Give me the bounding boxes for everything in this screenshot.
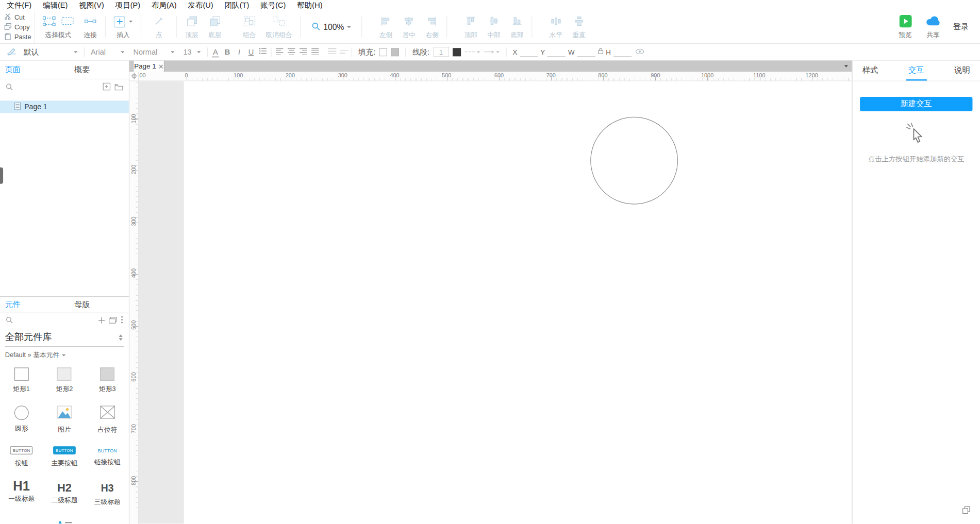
line-spacing-button[interactable] — [326, 47, 338, 56]
widget-h2[interactable]: H2 二级标题 — [43, 478, 86, 516]
folder-icon[interactable] — [114, 82, 123, 93]
widget-image[interactable]: 图片 — [43, 401, 86, 440]
menu-team[interactable]: 团队(T) — [219, 0, 255, 11]
lock-ratio-icon[interactable] — [597, 47, 603, 56]
menu-arrange[interactable]: 布局(A) — [146, 0, 182, 11]
widget-rect2[interactable]: 矩形2 — [43, 363, 86, 401]
widget-text-label-partial[interactable]: A — [43, 516, 86, 524]
close-icon[interactable] — [159, 62, 163, 70]
connect-tool[interactable]: 连接 — [79, 11, 102, 43]
sidebar-collapse-handle[interactable] — [0, 167, 3, 184]
send-to-back-tool[interactable]: 底层 — [203, 11, 226, 43]
library-stack-icon[interactable] — [109, 315, 117, 326]
x-input[interactable] — [520, 47, 538, 57]
group-tool[interactable]: 组合 — [238, 11, 261, 43]
line-style-dropdown[interactable] — [464, 50, 480, 53]
widget-primary-button[interactable]: BUTTON 主要按钮 — [43, 440, 86, 478]
add-library-icon[interactable] — [98, 315, 105, 326]
menu-account[interactable]: 账号(C) — [255, 0, 291, 11]
tab-interaction[interactable]: 交互 — [906, 61, 926, 81]
bullet-list-button[interactable] — [257, 47, 269, 56]
line-width-input[interactable]: 1 — [433, 47, 449, 57]
horizontal-ruler[interactable]: 00 0 100 200 300 400 500 600 700 800 900… — [139, 72, 852, 81]
tab-list-caret-icon[interactable] — [844, 65, 848, 67]
tab-style[interactable]: 样式 — [860, 61, 881, 81]
align-center-tool[interactable]: 居中 — [397, 11, 421, 43]
widget-button[interactable]: BUTTON 按钮 — [0, 440, 43, 478]
share-button[interactable]: 共享 — [921, 15, 946, 39]
tab-pages[interactable]: 页面 — [0, 64, 21, 75]
widget-h1[interactable]: H1 一级标题 — [0, 478, 43, 516]
menu-project[interactable]: 项目(P) — [110, 0, 146, 11]
ruler-origin-button[interactable] — [129, 72, 139, 81]
style-preset-select[interactable]: 默认 — [20, 46, 82, 57]
cut-button[interactable]: Cut — [4, 12, 34, 22]
w-input[interactable] — [577, 47, 595, 57]
point-tool[interactable]: 点 — [144, 11, 173, 43]
insert-tool[interactable]: 插入 — [109, 11, 138, 43]
bring-to-front-tool[interactable]: 顶层 — [180, 11, 203, 43]
select-mode-tool[interactable]: 选择模式 — [35, 11, 79, 43]
text-align-center-button[interactable] — [285, 47, 297, 56]
font-family-select[interactable]: Arial — [86, 47, 128, 56]
align-top-tool[interactable]: 顶部 — [459, 11, 483, 43]
login-link[interactable]: 登录 — [950, 22, 973, 32]
menu-help[interactable]: 帮助(H) — [291, 0, 328, 11]
canvas-tab-page1[interactable]: Page 1 — [134, 61, 164, 72]
preview-button[interactable]: 预览 — [894, 15, 917, 39]
widgets-search-input[interactable] — [17, 317, 94, 325]
fill-color-swatch[interactable] — [379, 48, 388, 56]
copy-button[interactable]: Copy — [4, 22, 34, 31]
paste-button[interactable]: Paste — [4, 32, 34, 41]
italic-button[interactable]: I — [234, 47, 245, 56]
align-bottom-tool[interactable]: 底部 — [506, 11, 529, 43]
widget-placeholder[interactable]: 占位符 — [86, 401, 129, 440]
library-selector[interactable]: 全部元件库 — [5, 331, 124, 347]
line-color-swatch[interactable] — [453, 48, 461, 56]
y-input[interactable] — [547, 47, 566, 57]
widget-link-button[interactable]: BUTTON 链接按钮 — [86, 440, 129, 478]
font-weight-select[interactable]: Normal — [129, 47, 179, 56]
zoom-control[interactable]: 100% — [304, 11, 359, 43]
page-list-item[interactable]: Page 1 — [0, 100, 129, 113]
new-interaction-button[interactable]: 新建交互 — [860, 97, 972, 111]
text-align-right-button[interactable] — [297, 47, 309, 56]
menu-file[interactable]: 文件(F) — [1, 0, 37, 11]
arrow-style-dropdown[interactable] — [484, 50, 500, 54]
text-align-justify-button[interactable] — [309, 47, 321, 56]
font-color-button[interactable]: A — [209, 47, 221, 56]
distribute-vertical-tool[interactable]: 垂直 — [568, 11, 591, 43]
text-align-left-button[interactable] — [273, 47, 285, 56]
visibility-eye-icon[interactable] — [635, 47, 644, 56]
align-right-tool[interactable]: 右侧 — [421, 11, 444, 43]
ungroup-tool[interactable]: 取消组合 — [261, 11, 297, 43]
bold-button[interactable]: B — [221, 47, 233, 56]
distribute-horizontal-tool[interactable]: 水平 — [544, 11, 568, 43]
widget-rect3[interactable]: 矩形3 — [86, 363, 129, 401]
vertical-ruler[interactable]: 100 200 300 400 500 600 700 800 — [129, 81, 139, 524]
font-size-select[interactable]: 13 — [179, 47, 205, 56]
menu-edit[interactable]: 编辑(E) — [37, 0, 73, 11]
menu-publish[interactable]: 发布(U) — [182, 0, 219, 11]
style-brush-icon[interactable] — [4, 46, 19, 58]
align-left-tool[interactable]: 左侧 — [374, 11, 397, 43]
underline-button[interactable]: U — [245, 47, 257, 56]
widget-h3[interactable]: H3 三级标题 — [86, 478, 129, 516]
tab-outline[interactable]: 概要 — [74, 64, 90, 75]
h-input[interactable] — [613, 47, 632, 57]
pages-search-input[interactable] — [17, 84, 99, 92]
menu-view[interactable]: 视图(V) — [73, 0, 109, 11]
align-middle-tool[interactable]: 中部 — [483, 11, 506, 43]
widget-circle[interactable]: 圆形 — [0, 401, 43, 440]
collapse-panel-button[interactable] — [960, 506, 972, 516]
tab-widgets[interactable]: 元件 — [0, 299, 21, 310]
library-breadcrumb[interactable]: Default » 基本元件 — [0, 347, 129, 361]
more-text-options-button[interactable] — [338, 47, 350, 56]
tab-notes[interactable]: 说明 — [952, 61, 972, 81]
tab-masters[interactable]: 母版 — [74, 299, 90, 310]
widget-rect1[interactable]: 矩形1 — [0, 363, 43, 401]
ellipse-shape[interactable] — [590, 117, 678, 205]
add-page-icon[interactable] — [103, 82, 111, 93]
design-canvas[interactable] — [139, 81, 852, 524]
fill-shadow-swatch[interactable] — [391, 48, 400, 56]
